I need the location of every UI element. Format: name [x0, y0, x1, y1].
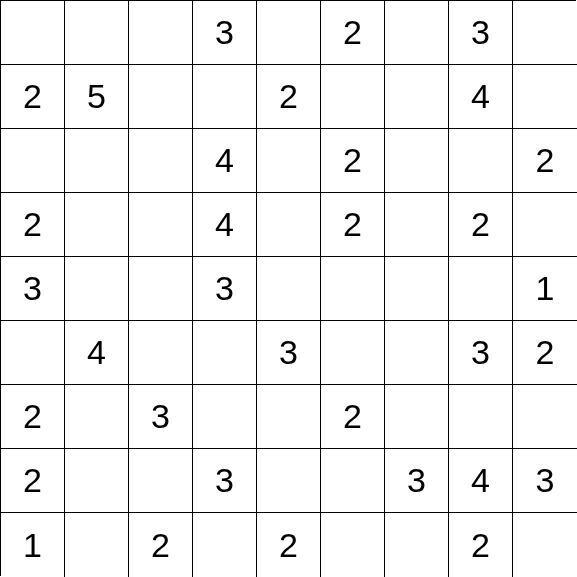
grid-cell[interactable] — [193, 65, 257, 129]
grid-cell[interactable]: 3 — [385, 449, 449, 513]
grid-cell[interactable]: 2 — [257, 65, 321, 129]
grid-cell[interactable] — [321, 513, 385, 577]
grid-cell[interactable] — [513, 1, 577, 65]
grid-cell[interactable] — [385, 385, 449, 449]
grid-cell[interactable] — [257, 193, 321, 257]
grid-cell[interactable] — [129, 321, 193, 385]
grid-cell[interactable]: 2 — [257, 513, 321, 577]
grid-cell[interactable]: 4 — [193, 129, 257, 193]
grid-cell[interactable]: 3 — [513, 449, 577, 513]
grid-cell[interactable] — [129, 65, 193, 129]
grid-cell[interactable]: 3 — [193, 257, 257, 321]
grid-cell[interactable] — [257, 257, 321, 321]
grid-cell[interactable]: 4 — [449, 65, 513, 129]
grid-cell[interactable] — [193, 385, 257, 449]
grid-cell[interactable]: 2 — [449, 513, 513, 577]
grid-cell[interactable] — [513, 65, 577, 129]
grid-cell[interactable]: 2 — [1, 193, 65, 257]
grid-cell[interactable] — [1, 1, 65, 65]
grid-cell[interactable]: 4 — [449, 449, 513, 513]
grid-cell[interactable] — [65, 385, 129, 449]
grid-cell[interactable]: 5 — [65, 65, 129, 129]
grid-cell[interactable]: 2 — [513, 321, 577, 385]
grid-cell[interactable] — [449, 257, 513, 321]
grid-cell[interactable] — [65, 129, 129, 193]
grid-cell[interactable]: 2 — [513, 129, 577, 193]
grid-cell[interactable]: 1 — [513, 257, 577, 321]
grid-cell[interactable] — [1, 129, 65, 193]
grid-cell[interactable]: 2 — [321, 1, 385, 65]
grid-cell[interactable] — [257, 1, 321, 65]
grid-cell[interactable] — [129, 449, 193, 513]
grid-cell[interactable]: 2 — [1, 449, 65, 513]
number-grid: 323252442224223314332232233431222 — [0, 0, 576, 576]
grid-cell[interactable]: 3 — [449, 1, 513, 65]
grid-cell[interactable] — [193, 321, 257, 385]
grid-cell[interactable]: 1 — [1, 513, 65, 577]
grid-cell[interactable] — [321, 65, 385, 129]
grid-cell[interactable]: 2 — [321, 193, 385, 257]
grid-cell[interactable] — [385, 513, 449, 577]
grid-cell[interactable]: 2 — [321, 129, 385, 193]
grid-cell[interactable] — [449, 385, 513, 449]
grid-cell[interactable] — [193, 513, 257, 577]
grid-cell[interactable] — [385, 1, 449, 65]
grid-cell[interactable] — [385, 321, 449, 385]
grid-cell[interactable]: 4 — [193, 193, 257, 257]
grid-cell[interactable]: 4 — [65, 321, 129, 385]
grid-cell[interactable] — [65, 513, 129, 577]
grid-cell[interactable]: 2 — [1, 65, 65, 129]
grid-cell[interactable]: 3 — [449, 321, 513, 385]
grid-cell[interactable] — [129, 193, 193, 257]
grid-cell[interactable] — [65, 449, 129, 513]
grid-cell[interactable]: 3 — [193, 449, 257, 513]
grid-cell[interactable] — [385, 65, 449, 129]
grid-cell[interactable] — [129, 1, 193, 65]
grid-cell[interactable]: 3 — [129, 385, 193, 449]
grid-cell[interactable]: 3 — [1, 257, 65, 321]
grid-cell[interactable] — [385, 129, 449, 193]
grid-cell[interactable] — [65, 257, 129, 321]
grid-cell[interactable] — [321, 257, 385, 321]
grid-cell[interactable] — [385, 257, 449, 321]
grid-cell[interactable]: 2 — [449, 193, 513, 257]
grid-cell[interactable] — [129, 257, 193, 321]
grid-cell[interactable]: 2 — [1, 385, 65, 449]
grid-cell[interactable] — [65, 1, 129, 65]
grid-cell[interactable] — [513, 513, 577, 577]
grid-cell[interactable] — [65, 193, 129, 257]
grid-cell[interactable] — [1, 321, 65, 385]
grid-cell[interactable] — [321, 449, 385, 513]
grid-cell[interactable] — [513, 385, 577, 449]
grid-cell[interactable] — [257, 385, 321, 449]
grid-cell[interactable] — [257, 449, 321, 513]
grid-cell[interactable]: 3 — [193, 1, 257, 65]
grid-cell[interactable]: 2 — [129, 513, 193, 577]
grid-cell[interactable]: 2 — [321, 385, 385, 449]
grid-cell[interactable] — [321, 321, 385, 385]
grid-cell[interactable] — [385, 193, 449, 257]
grid-cell[interactable]: 3 — [257, 321, 321, 385]
grid-cell[interactable] — [449, 129, 513, 193]
grid-cell[interactable] — [129, 129, 193, 193]
grid-cell[interactable] — [513, 193, 577, 257]
grid-cell[interactable] — [257, 129, 321, 193]
